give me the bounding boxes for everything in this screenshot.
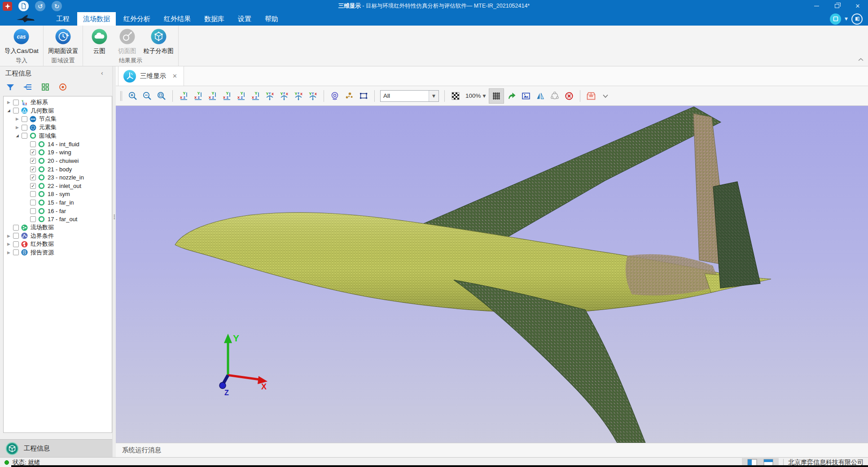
help-manual-button[interactable]	[851, 13, 863, 25]
cancel-render-button[interactable]	[562, 89, 576, 103]
tree-checkbox[interactable]	[13, 233, 19, 239]
view-iso-sw-button[interactable]: Yxz	[306, 89, 320, 103]
zoom-in-button[interactable]	[126, 89, 140, 103]
tree-checkbox[interactable]	[22, 116, 27, 122]
tree-row[interactable]: ✓20 - chuiwei	[4, 157, 112, 165]
tree-checkbox[interactable]	[13, 225, 19, 231]
tree-checkbox[interactable]	[30, 200, 36, 205]
menu-item-1[interactable]: 工程	[50, 12, 75, 26]
view-front-button[interactable]: xzY	[177, 89, 190, 103]
tab-3d-view[interactable]: 三维显示 ✕	[118, 66, 184, 86]
rect-select-button[interactable]	[357, 89, 370, 103]
tree-row[interactable]: ▶红外数据	[4, 240, 112, 249]
tree-checkbox[interactable]	[30, 191, 36, 197]
close-button[interactable]: ✕	[847, 0, 868, 12]
expanded-arrow-icon[interactable]: ◢	[6, 109, 12, 113]
viewport-3d[interactable]: Y X Z	[116, 106, 868, 443]
tree-checkbox[interactable]	[13, 100, 19, 105]
view-back-button[interactable]: xzY	[191, 89, 205, 103]
tree-row[interactable]: ✓19 - wing	[4, 148, 112, 157]
tree-row[interactable]: 16 - far	[4, 207, 112, 215]
tree-checkbox[interactable]	[13, 241, 19, 247]
collapse-ribbon-icon[interactable]	[858, 55, 864, 63]
package-button[interactable]	[584, 89, 598, 103]
new-document-button[interactable]	[18, 1, 29, 11]
panel-collapse-button[interactable]: ‹	[101, 70, 103, 77]
mirror-button[interactable]	[534, 89, 547, 103]
tree-row[interactable]: 18 - sym	[4, 190, 112, 199]
display-filter-select[interactable]: All▼	[380, 90, 439, 102]
view-bottom-button[interactable]: xzY	[249, 89, 262, 103]
tree-checkbox[interactable]	[30, 141, 36, 147]
maximize-button[interactable]	[827, 0, 847, 12]
tree-row[interactable]: ▶报告资源	[4, 249, 112, 257]
import-cas-dat-button[interactable]: cas导入Cas/Dat	[4, 27, 39, 55]
tree-row[interactable]: 17 - far_out	[4, 215, 112, 223]
collapsed-arrow-icon[interactable]: ▶	[6, 250, 12, 255]
camera-view-button[interactable]	[328, 89, 342, 103]
panel-splitter[interactable]: •••	[112, 66, 116, 457]
minimize-button[interactable]	[806, 0, 827, 12]
tree-row[interactable]: 14 - int_fluid	[4, 140, 112, 148]
tree-checkbox[interactable]: ✓	[30, 175, 36, 180]
redo-button[interactable]: ↻	[52, 1, 62, 11]
tree-row[interactable]: ✓21 - body	[4, 165, 112, 174]
tree-row[interactable]: ▶节点集	[4, 115, 112, 123]
theme-style-button[interactable]	[830, 13, 841, 25]
zoom-fit-button[interactable]	[155, 89, 168, 103]
tree-row[interactable]: ✓23 - nozzle_in	[4, 173, 112, 182]
collapsed-arrow-icon[interactable]: ▶	[14, 125, 20, 130]
menu-item-7[interactable]: 帮助	[259, 12, 284, 26]
view-iso-nw-button[interactable]: Yxz	[277, 89, 291, 103]
tree-row[interactable]: ▶Yzx坐标系	[4, 98, 112, 107]
grid-view-button[interactable]	[40, 82, 50, 92]
tree-checkbox[interactable]	[13, 249, 19, 255]
view-iso-ne-button[interactable]: Yxz	[263, 89, 276, 103]
tree-checkbox[interactable]: ✓	[30, 183, 36, 189]
more-options-button[interactable]	[599, 89, 612, 103]
tab-close-icon[interactable]: ✕	[172, 73, 177, 79]
particle-display-button[interactable]	[342, 89, 356, 103]
tree-checkbox[interactable]: ✓	[30, 166, 36, 172]
menu-item-2[interactable]: 流场数据	[77, 12, 116, 26]
project-info-bottom-button[interactable]: 工程信息	[0, 439, 116, 457]
tree-checkbox[interactable]	[22, 133, 27, 139]
tree-row[interactable]: ▶边界条件	[4, 232, 112, 240]
collapsed-arrow-icon[interactable]: ▶	[14, 117, 20, 121]
zoom-level-select[interactable]: 100%▼	[465, 92, 486, 99]
undo-button[interactable]: ↺	[35, 1, 45, 11]
collapse-list-button[interactable]	[23, 82, 33, 92]
transparency-button[interactable]	[449, 89, 462, 103]
collapsed-arrow-icon[interactable]: ▶	[6, 100, 12, 105]
locate-button[interactable]	[58, 82, 68, 92]
tree-row[interactable]: 15 - far_in	[4, 198, 112, 207]
tree-row[interactable]: ✓22 - inlet_out	[4, 182, 112, 190]
snapshot-button[interactable]	[519, 89, 533, 103]
filter-button[interactable]	[5, 82, 15, 92]
menu-item-6[interactable]: 设置	[232, 12, 257, 26]
tree-checkbox[interactable]: ✓	[30, 149, 36, 155]
periodic-surface-button[interactable]: 周期面设置	[48, 27, 79, 55]
tree-checkbox[interactable]	[30, 216, 36, 222]
zoom-out-button[interactable]	[140, 89, 154, 103]
view-top-button[interactable]: xzY	[234, 89, 248, 103]
aircraft-mesh-model[interactable]: Y X Z	[116, 106, 868, 443]
expanded-arrow-icon[interactable]: ◢	[14, 134, 20, 138]
export-view-button[interactable]	[505, 89, 518, 103]
view-right-button[interactable]: xzY	[220, 89, 233, 103]
tree-row[interactable]: ◢面域集	[4, 131, 112, 140]
tree-row[interactable]: ◢几何数据	[4, 107, 112, 115]
view-left-button[interactable]: xzY	[206, 89, 219, 103]
app-logo-button[interactable]	[3, 2, 12, 11]
collapsed-arrow-icon[interactable]: ▶	[6, 242, 12, 246]
grid-toggle-button[interactable]	[489, 88, 504, 104]
toolbar-drag-handle[interactable]	[120, 91, 122, 101]
tree-checkbox[interactable]: ✓	[30, 158, 36, 164]
tree-checkbox[interactable]	[30, 208, 36, 214]
theme-caret-icon[interactable]: ▼	[845, 17, 848, 21]
tree-row[interactable]: 流场数据	[4, 223, 112, 232]
tree-checkbox[interactable]	[13, 108, 19, 113]
menu-item-5[interactable]: 数据库	[198, 12, 230, 26]
collapsed-arrow-icon[interactable]: ▶	[6, 234, 12, 238]
tree-checkbox[interactable]	[22, 125, 27, 131]
